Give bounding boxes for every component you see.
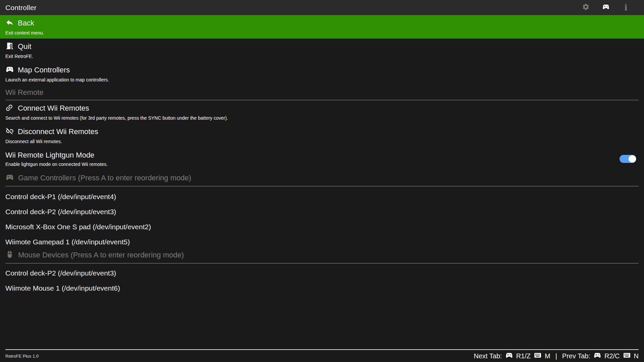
status-bar: RetroFE Plus 1.0 Next Tab: R1/Z M | Prev…: [0, 349, 644, 362]
menu-item-subtitle: Exit RetroFE.: [5, 54, 33, 59]
section-title: Mouse Devices (Press A to enter reorderi…: [18, 251, 184, 259]
keyboard-icon: [623, 351, 631, 361]
game-controller-row[interactable]: Wiimote Gamepad 1 (/dev/input/event5): [0, 234, 644, 249]
gamepad-icon: [5, 173, 14, 183]
menu-item-connect-wii-remotes[interactable]: Connect Wii Remotes Search and connect t…: [0, 100, 644, 124]
mouse-device-row[interactable]: Control deck-P2 (/dev/input/event3): [0, 265, 644, 281]
next-tab-pad-binding: R1/Z: [516, 352, 531, 360]
menu-item-title: Connect Wii Remotes: [18, 104, 89, 113]
section-game-controllers: Game Controllers (Press A to enter reord…: [5, 171, 639, 186]
gear-icon: [582, 3, 590, 12]
app-version: RetroFE Plus 1.0: [5, 354, 39, 359]
next-tab-label: Next Tab:: [474, 352, 502, 360]
section-title: Wii Remote: [5, 88, 44, 97]
mouse-device-row[interactable]: Wiimote Mouse 1 (/dev/input/event6): [0, 281, 644, 296]
gamepad-icon: [5, 65, 14, 75]
menu-item-back[interactable]: Back Exit context menu.: [0, 15, 644, 39]
menu-item-subtitle: Enable lightgun mode on connected Wii re…: [5, 162, 108, 167]
menu-item-title: Back: [18, 19, 34, 27]
menu-item-subtitle: Exit context menu.: [5, 30, 44, 36]
link-icon: [3, 102, 16, 115]
prev-tab-key-binding: N: [634, 352, 639, 360]
exit-door-icon: [5, 42, 14, 52]
gamepad-icon: [602, 3, 610, 12]
prev-tab-label: Prev Tab:: [562, 352, 590, 360]
gamepad-icon: [593, 351, 601, 361]
menu-item-wii-remote-lightgun-mode[interactable]: Wii Remote Lightgun Mode Enable lightgun…: [0, 147, 644, 171]
controller-menu: Back Exit context menu. Quit Exit RetroF…: [0, 15, 644, 296]
tab-navigation-hints: Next Tab: R1/Z M | Prev Tab: R2/C N: [474, 351, 639, 361]
hint-separator: |: [553, 352, 559, 360]
page-title: Controller: [5, 4, 37, 12]
mouse-icon: [5, 250, 14, 260]
menu-item-title: Disconnect Wii Remotes: [18, 127, 98, 136]
menu-item-disconnect-wii-remotes[interactable]: Disconnect Wii Remotes Disconnect all Wi…: [0, 124, 644, 147]
game-controller-row[interactable]: Microsoft X-Box One S pad (/dev/input/ev…: [0, 219, 644, 234]
menu-item-map-controllers[interactable]: Map Controllers Launch an external appli…: [0, 62, 644, 85]
tab-info[interactable]: i: [622, 4, 630, 12]
menu-item-subtitle: Launch an external application to map co…: [5, 77, 109, 82]
lightgun-toggle[interactable]: [620, 155, 636, 163]
link-off-icon: [5, 127, 14, 137]
menu-item-title: Map Controllers: [18, 66, 70, 74]
next-tab-key-binding: M: [545, 352, 550, 360]
top-tab-strip: i: [582, 4, 639, 12]
back-arrow-icon: [5, 18, 14, 28]
game-controller-row[interactable]: Control deck-P2 (/dev/input/event3): [0, 204, 644, 219]
tab-settings[interactable]: [582, 4, 590, 12]
menu-item-title: Wii Remote Lightgun Mode: [5, 151, 94, 160]
menu-item-title: Quit: [18, 42, 31, 51]
gamepad-icon: [505, 351, 513, 361]
menu-item-quit[interactable]: Quit Exit RetroFE.: [0, 39, 644, 62]
game-controller-row[interactable]: Control deck-P1 (/dev/input/event4): [0, 189, 644, 204]
toggle-knob: [629, 155, 636, 163]
keyboard-icon: [534, 351, 542, 361]
section-wii-remote: Wii Remote: [5, 85, 639, 100]
section-mouse-devices: Mouse Devices (Press A to enter reorderi…: [5, 249, 639, 263]
section-title: Game Controllers (Press A to enter reord…: [18, 174, 191, 182]
prev-tab-pad-binding: R2/C: [604, 352, 620, 360]
info-icon: i: [624, 4, 627, 12]
menu-item-subtitle: Disconnect all Wii remotes.: [5, 139, 98, 144]
tab-controller-active[interactable]: [602, 4, 610, 12]
menu-item-subtitle: Search and connect to Wii remotes (for 3…: [5, 115, 228, 121]
top-bar: Controller i: [0, 0, 644, 15]
